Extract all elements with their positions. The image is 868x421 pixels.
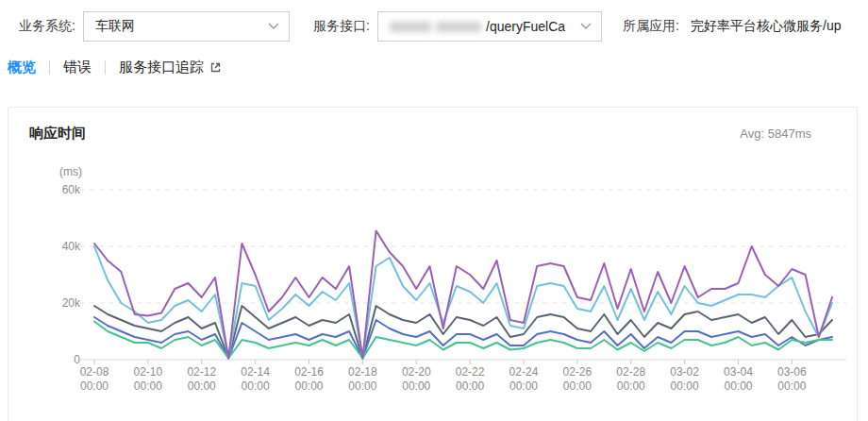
avg-badge: Avg: 5847ms [740,126,811,141]
divider [49,60,50,75]
tab-bar: 概览 错误 服务接口追踪 [8,53,222,81]
chevron-down-icon [268,23,279,30]
business-system-label: 业务系统: [19,18,75,35]
belongs-to-value: 完好率平台核心微服务/up [691,18,868,35]
page: 业务系统: 车联网 服务接口: /queryFuelCa 所属应用: 完好率平台… [0,0,868,421]
y-axis-tick-label: 0 [39,353,80,366]
toolbar: 业务系统: 车联网 服务接口: /queryFuelCa 所属应用: 完好率平台… [0,0,868,53]
response-time-panel: 响应时间 Avg: 5847ms (ms) 020k40k60k 02-0800… [8,107,858,421]
business-system-value: 车联网 [95,18,135,35]
tab-service-trace-label: 服务接口追踪 [119,59,204,76]
chevron-down-icon [580,23,592,30]
divider [105,60,106,75]
y-axis-tick-label: 20k [39,296,80,310]
line-chart-plot[interactable] [80,184,846,367]
avg-label: Avg: [740,126,764,141]
external-link-icon [209,61,222,74]
tab-service-trace[interactable]: 服务接口追踪 [119,59,222,76]
belongs-to-label: 所属应用: [623,18,679,35]
tab-errors-label: 错误 [63,59,92,76]
y-axis-tick-label: 40k [39,240,80,253]
service-interface-select[interactable]: /queryFuelCa [377,11,602,42]
avg-value: 5847ms [768,126,811,141]
y-axis-unit: (ms) [46,165,82,178]
y-axis-tick-label: 60k [39,183,80,196]
tab-overview-label: 概览 [8,59,36,76]
service-interface-value: /queryFuelCa [486,19,565,34]
tab-overview[interactable]: 概览 [8,59,36,76]
redacted-text-block [390,22,431,32]
x-axis-tick-label: 03-0600:00 [759,365,825,394]
tab-errors[interactable]: 错误 [63,59,92,76]
redacted-text-block [436,22,481,32]
business-system-select[interactable]: 车联网 [83,11,290,42]
service-interface-label: 服务接口: [313,18,370,35]
panel-title: 响应时间 [29,125,86,143]
